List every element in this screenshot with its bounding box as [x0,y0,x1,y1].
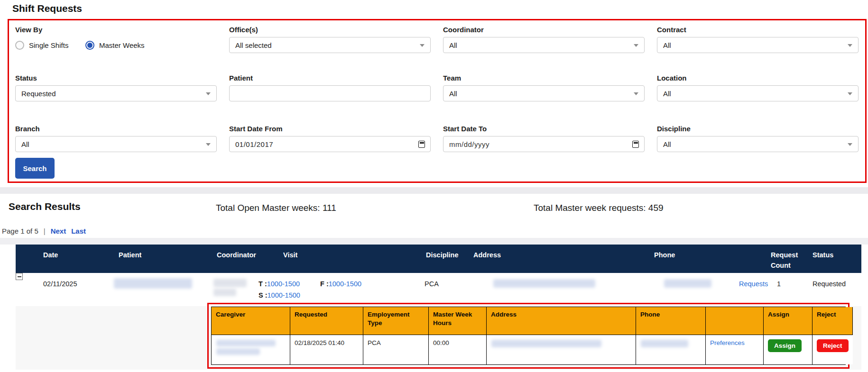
calendar-icon[interactable] [632,141,639,148]
contract-select[interactable]: All [657,37,859,53]
assign-button[interactable]: Assign [768,339,802,352]
status-select[interactable]: Requested [15,85,217,101]
field-team: Team All [443,74,645,101]
branch-select[interactable]: All [15,136,217,152]
last-page-link[interactable]: Last [71,227,86,235]
field-location: Location All [657,74,859,101]
start-date-to-input[interactable]: mm/dd/yyyy [443,136,645,152]
location-select[interactable]: All [657,85,859,101]
radio-selected-icon[interactable] [85,41,94,50]
team-value: All [449,90,457,98]
ncell-employment-type: PCA [363,335,429,364]
ncell-assign: Assign [764,335,813,364]
coordinator-label: Coordinator [443,26,645,35]
field-branch: Branch All [15,125,217,152]
status-value: Requested [21,90,56,98]
separator-band [0,238,868,245]
offices-label: Office(s) [229,26,431,35]
search-button[interactable]: Search [15,158,55,179]
page-indicator: Page 1 of 5 [2,227,38,235]
visit-day-3: S : [259,291,268,299]
visit-day-2: F : [320,280,329,288]
coordinator-select[interactable]: All [443,37,645,53]
discipline-label: Discipline [657,125,859,134]
filter-row-3: Branch All Start Date From 01/01/2017 St… [15,125,859,152]
filter-panel: View By Single Shifts Master Weeks Offic… [8,19,867,183]
caregiver-requests-table: Caregiver Requested Employement Type Mas… [211,307,846,365]
requests-link[interactable]: Requests [739,280,768,288]
col-discipline: Discipline [426,250,459,260]
visit-time-link[interactable]: 1000-1500 [329,280,361,288]
ncell-reject: Reject [813,335,853,364]
field-patient: Patient [229,74,431,101]
collapse-row-icon[interactable] [16,273,23,280]
team-select[interactable]: All [443,85,645,101]
row-patient-redacted [114,278,192,289]
field-discipline: Discipline All [657,125,859,152]
patient-input[interactable] [229,85,431,101]
caregiver-requests-panel: Caregiver Requested Employement Type Mas… [207,303,850,369]
radio-single-shifts[interactable]: Single Shifts [15,41,85,50]
visit-time-1: T :1000-1500 [259,280,300,288]
field-start-date-from: Start Date From 01/01/2017 [229,125,431,152]
visit-time-link[interactable]: 1000-1500 [268,291,300,299]
col-phone: Phone [654,250,675,260]
patient-label: Patient [229,74,431,83]
results-heading: Search Results [9,201,81,212]
ncol-blank [706,307,764,335]
next-page-link[interactable]: Next [51,227,66,235]
visit-time-link[interactable]: 1000-1500 [267,280,300,288]
visit-time-3: S :1000-1500 [259,291,300,299]
calendar-icon[interactable] [418,141,425,148]
table-row: 02/11/2025 T :1000-1500 F :1000-1500 S :… [16,273,861,306]
results-table-header: Date Patient Coordinator Visit Disciplin… [16,245,861,273]
radio-master-weeks-label: Master Weeks [99,41,145,49]
offices-select[interactable]: All selected [229,37,431,53]
row-coordinator-redacted [213,289,236,296]
visit-day-1: T : [259,280,267,288]
radio-master-weeks[interactable]: Master Weeks [85,41,145,50]
shift-requests-page: Shift Requests View By Single Shifts Mas… [0,0,868,372]
view-by-radio-group: Single Shifts Master Weeks [15,37,217,53]
caregiver-address-redacted [491,340,601,347]
ncol-address: Address [487,307,636,335]
chevron-down-icon [206,143,211,146]
field-offices: Office(s) All selected [229,26,431,53]
ncell-phone [636,335,706,364]
start-date-from-value: 01/01/2017 [235,140,273,148]
row-request-count: 1 [777,280,781,288]
ncell-caregiver [212,335,290,364]
col-date: Date [43,250,58,260]
chevron-down-icon [634,92,638,95]
ncol-employment-type: Employement Type [363,307,429,335]
branch-label: Branch [15,125,217,134]
field-start-date-to: Start Date To mm/dd/yyyy [443,125,645,152]
offices-value: All selected [235,41,272,49]
caregiver-name-redacted [216,348,260,355]
radio-unselected-icon[interactable] [15,41,24,50]
row-date: 02/11/2025 [43,280,77,288]
discipline-select[interactable]: All [657,136,859,152]
discipline-value: All [663,140,671,148]
chevron-down-icon [848,143,852,146]
pagination: Page 1 of 5 | Next Last [2,227,86,235]
start-date-from-label: Start Date From [229,125,431,134]
col-coordinator: Coordinator [217,250,256,260]
col-request-count: Request Count [771,250,802,271]
filter-row-1: View By Single Shifts Master Weeks Offic… [15,26,859,53]
ncell-requested: 02/18/2025 01:40 [290,335,363,364]
radio-single-shifts-label: Single Shifts [29,41,68,49]
page-title: Shift Requests [12,3,82,14]
pagination-separator: | [44,227,46,235]
row-phone-redacted [664,279,711,288]
chevron-down-icon [848,44,852,47]
field-view-by: View By Single Shifts Master Weeks [15,26,217,53]
visit-time-2: F :1000-1500 [320,280,361,288]
team-label: Team [443,74,645,83]
reject-button[interactable]: Reject [817,339,849,352]
preferences-link[interactable]: Preferences [710,339,745,346]
start-date-to-label: Start Date To [443,125,645,134]
view-by-label: View By [15,26,217,35]
ncol-requested: Requested [290,307,363,335]
start-date-from-input[interactable]: 01/01/2017 [229,136,431,152]
